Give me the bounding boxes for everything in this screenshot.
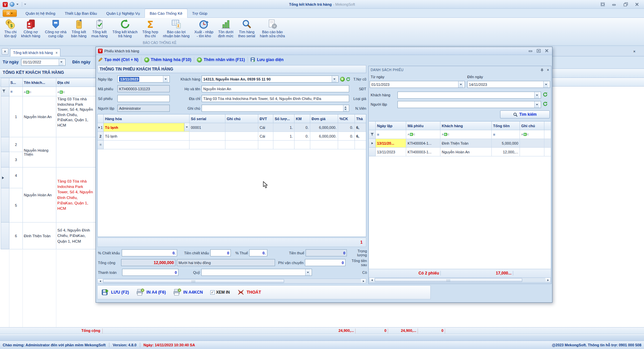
lp-filter-total[interactable]: = (492, 130, 520, 139)
price-cell[interactable]: 6,000,000. (310, 123, 338, 132)
product-cell[interactable]: Tủ lạnh (104, 123, 190, 132)
ck-cell[interactable]: 0. (338, 123, 355, 132)
km-cell[interactable]: 0. (294, 132, 310, 141)
ribbon-tong-hop-thu-chi[interactable]: Σ Tổng hợp thu chi (140, 18, 161, 41)
col-ghi-chu[interactable]: Ghi chú (225, 114, 258, 123)
scroll-right-icon[interactable] (361, 279, 366, 283)
scroll-right-icon[interactable] (545, 278, 550, 282)
product-cell[interactable]: Tủ lạnh (104, 132, 190, 141)
scroll-thumb[interactable]: |||| (375, 278, 522, 282)
exit-button[interactable]: THOÁT (237, 289, 261, 296)
lp-to-input[interactable]: 14/11/2023 (467, 81, 550, 88)
toolbar-customize-icon[interactable] (24, 4, 26, 5)
scroll-left-icon[interactable] (98, 279, 103, 283)
quick-access-icon[interactable] (10, 2, 14, 7)
panel-close-icon[interactable]: × (547, 68, 549, 72)
tax-pct-input[interactable]: 0. (249, 249, 267, 256)
ngay-lap-dropdown-icon[interactable] (163, 76, 168, 82)
table-row[interactable]: 2 Nguyễn Hoàng Thiện (1, 137, 96, 152)
lp-refresh-customer-icon[interactable] (542, 92, 548, 97)
tab-bao-cao-thong-ke[interactable]: Báo Cáo Thống Kê (145, 9, 187, 18)
khach-hang-combo[interactable]: 14313, Nguyễn Hoàn An, 0939 55 11 90 (202, 76, 338, 83)
print-a4kcn-button[interactable]: ? IN A4KCN (173, 289, 203, 296)
pin-icon[interactable] (540, 68, 544, 72)
col-header-ten-khach[interactable]: Tên khách... (23, 78, 56, 87)
chevron-down-icon[interactable] (16, 4, 18, 5)
col-header-dia-chi[interactable]: Địa chỉ (56, 78, 96, 87)
add-employee-button[interactable]: + Thêm nhân viên (F11) (197, 57, 245, 62)
dialog-hscrollbar[interactable]: |||| (97, 279, 366, 284)
dialog-close-icon[interactable] (545, 49, 549, 53)
ghi-chu-input[interactable] (202, 105, 349, 112)
product-dropdown-icon[interactable] (184, 123, 189, 131)
filter-cell-ten-khach[interactable]: ABC (23, 87, 56, 96)
list-row-total[interactable]: 5,000,000 (492, 139, 520, 148)
ribbon-ton-duoi-dinh-muc[interactable]: Tồn dưới định mức (216, 18, 236, 41)
tab-quan-tri-he-thong[interactable]: Quản trị hệ thống (21, 9, 60, 18)
save-layout-button[interactable]: Lưu giao diện (251, 57, 283, 62)
total-cell[interactable]: 6, (355, 132, 366, 141)
ribbon-tong-ket-ban-hang[interactable]: Tổng kết bán hàng (69, 18, 89, 41)
col-dvt[interactable]: ĐVT (258, 114, 273, 123)
lp-khach-hang-dropdown-icon[interactable] (534, 92, 539, 98)
lp-filter-note[interactable]: ABC (520, 130, 544, 139)
panel-hscrollbar[interactable]: |||| (369, 278, 551, 283)
ngay-lap-input[interactable]: 13/11/2023 (117, 76, 170, 83)
ribbon-bao-cao-loi-nhuan[interactable]: Σ Báo cáo lợi nhuận bán hàng (161, 18, 192, 41)
lp-col-khach-hang[interactable]: Khách hàng (440, 121, 492, 130)
lp-nguoi-lap-combo[interactable] (397, 101, 541, 108)
add-customer-icon[interactable]: + (339, 76, 345, 82)
col-thanh-tien[interactable]: Thà (355, 114, 366, 123)
scroll-left-icon[interactable] (369, 278, 374, 282)
list-row-date[interactable]: 13/11/20... (376, 139, 406, 148)
dia-chi-input[interactable]: Tầng 03 Tòa nhà Indochina Park Tower, Số… (202, 95, 349, 102)
tab-tro-giup[interactable]: Trợ Giúp (187, 9, 212, 18)
total-cell[interactable]: 6, (355, 123, 366, 132)
fullscreen-icon[interactable] (598, 1, 607, 7)
app-menu-button[interactable] (3, 10, 17, 17)
document-tab[interactable]: Tổng kết khách trả hàng × (10, 49, 60, 56)
khach-hang-dropdown-icon[interactable] (332, 76, 337, 82)
scroll-thumb[interactable]: |||| (103, 279, 284, 283)
ck-pct-input[interactable]: 0. (122, 249, 177, 256)
col-so-serial[interactable]: Số serial (190, 114, 225, 123)
add-item-button[interactable]: + Thêm hàng hóa (F10) (144, 57, 192, 62)
new-row-cell[interactable] (104, 141, 190, 149)
list-row-total[interactable]: 12,000,... (492, 148, 520, 156)
pay-input[interactable]: 0 (122, 269, 178, 276)
xem-in-checkbox[interactable]: ✓ XEM IN (210, 290, 230, 295)
unit-cell[interactable]: Cái (258, 132, 273, 141)
print-a4-button[interactable]: ? IN A4 (F6) (136, 289, 166, 296)
km-cell[interactable]: 0. (294, 123, 310, 132)
fund-combo[interactable] (201, 269, 312, 276)
lp-filter-customer[interactable]: ABC (440, 130, 492, 139)
tab-quan-ly-nghiep-vu[interactable]: Quản Lý Nghiệp Vụ (102, 9, 145, 18)
from-date-dropdown-icon[interactable] (59, 59, 64, 65)
col-header-stt[interactable]: S... (9, 78, 23, 87)
ship-input[interactable]: 0 (305, 259, 345, 266)
ribbon-tong-ket-mua-hang[interactable]: Tổng kết mua hàng (89, 18, 110, 41)
new-row-icon[interactable]: ✳ (98, 141, 104, 149)
list-row-date[interactable]: 13/11/2023 (376, 148, 406, 156)
fund-dropdown-icon[interactable] (305, 269, 310, 276)
dialog-maximize-icon[interactable] (537, 49, 541, 53)
lp-col-tong-tien[interactable]: Tổng tiền (492, 121, 520, 130)
col-hang-hoa[interactable]: Hàng hóa (104, 114, 190, 123)
filter-cell-dia-chi[interactable]: ABC (56, 87, 96, 96)
list-row-note[interactable] (520, 139, 544, 148)
table-row[interactable]: 6 Đinh Thiện Toàn Số 4, Nguyễn Đình Chiể… (1, 222, 96, 249)
ribbon-tim-hang-theo-serial[interactable]: Tìm hàng theo serial (236, 18, 258, 41)
lp-nguoi-lap-dropdown-icon[interactable] (534, 101, 539, 108)
list-row-code[interactable]: KTH00004-1... (406, 139, 440, 148)
dialog-minimize-icon[interactable] (529, 49, 533, 53)
col-so-luong[interactable]: Số lượ... (273, 114, 294, 123)
col-ck[interactable]: %CK (338, 114, 355, 123)
lp-col-ngay-lap[interactable]: Ngày lập (376, 121, 406, 130)
lp-refresh-creator-icon[interactable] (542, 101, 548, 107)
ghi-chu-spinner[interactable] (343, 105, 347, 111)
refresh-customer-icon[interactable] (345, 76, 351, 82)
ribbon-xuat-nhap-ton-kho[interactable]: Xuất - nhập - tồn kho (192, 18, 216, 41)
ck-amt-input[interactable]: 0 (210, 249, 231, 256)
save-button[interactable]: LƯU (F2) (102, 289, 129, 296)
lp-from-input[interactable]: 01/11/2023 (370, 81, 465, 88)
